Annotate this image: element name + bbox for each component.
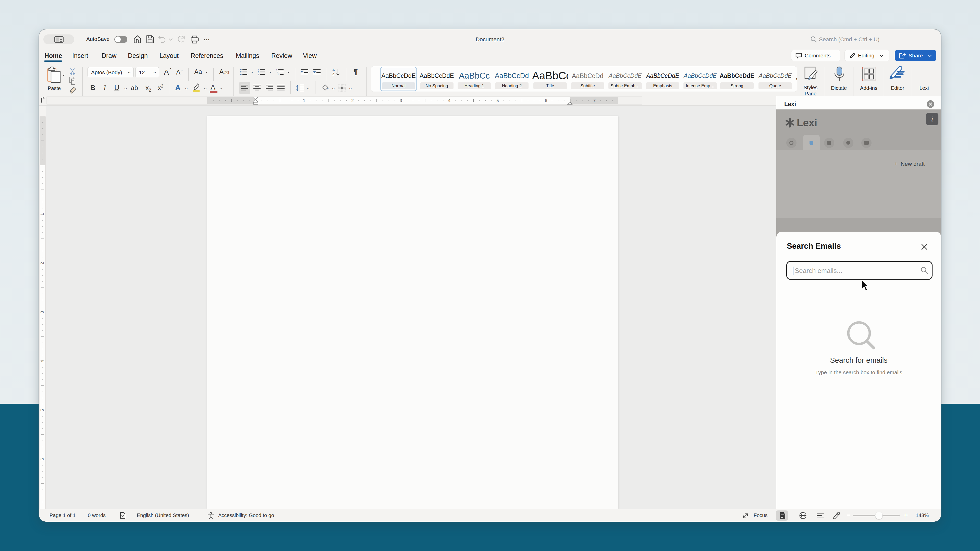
svg-text:3: 3: [40, 311, 45, 313]
svg-text:4: 4: [448, 98, 450, 103]
svg-text:2: 2: [351, 98, 353, 103]
svg-text:6: 6: [545, 98, 547, 103]
svg-text:Z: Z: [332, 72, 334, 76]
svg-text:3: 3: [258, 73, 259, 76]
svg-text:1: 1: [276, 68, 277, 71]
svg-text:i: i: [278, 73, 278, 76]
svg-text:3: 3: [400, 98, 402, 103]
svg-text:1: 1: [303, 98, 305, 103]
svg-text:1: 1: [258, 68, 259, 71]
svg-text:4: 4: [40, 360, 45, 362]
svg-text:1: 1: [40, 213, 45, 215]
svg-text:5: 5: [40, 409, 45, 411]
svg-text:5: 5: [496, 98, 499, 103]
svg-text:7: 7: [593, 98, 595, 103]
svg-text:a: a: [277, 71, 278, 73]
svg-text:2: 2: [40, 262, 45, 264]
svg-text:6: 6: [40, 458, 45, 460]
svg-text:A: A: [332, 68, 335, 72]
svg-text:2: 2: [258, 71, 259, 73]
